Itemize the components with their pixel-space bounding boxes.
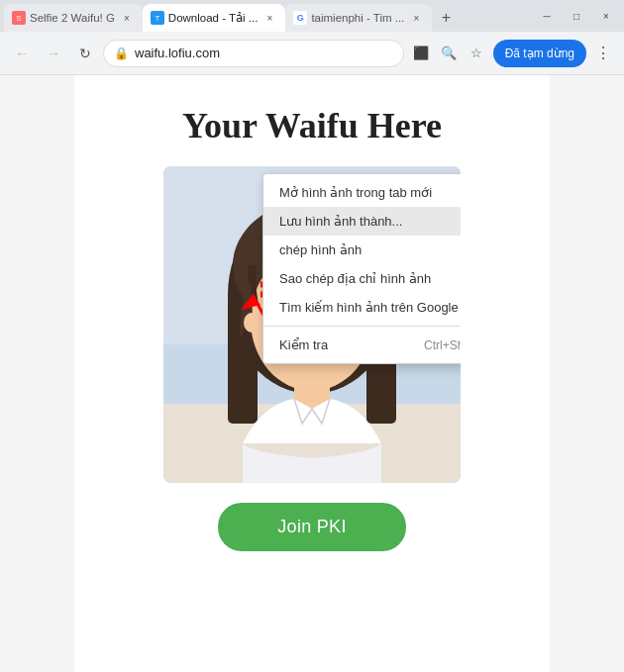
join-pki-button[interactable]: Join PKI <box>218 503 405 551</box>
window-controls: ─ □ × <box>533 5 620 27</box>
context-menu-copy-address[interactable]: Sao chép địa chỉ hình ảnh <box>263 264 461 293</box>
paused-button[interactable]: Đã tạm dừng <box>493 40 586 67</box>
svg-point-11 <box>244 313 260 333</box>
tab-download[interactable]: T Download - Tải ... × <box>143 4 286 32</box>
url-text: waifu.lofiu.com <box>135 46 393 60</box>
context-menu-divider <box>263 326 461 327</box>
context-menu: Mở hình ảnh trong tab mới Lưu hình ảnh t… <box>262 173 461 364</box>
chrome-menu-icon[interactable]: ⋮ <box>590 41 616 66</box>
download-tab-title: Download - Tải ... <box>168 11 259 25</box>
google-tab-favicon: G <box>293 11 307 25</box>
address-actions: ⬛ 🔍 ☆ <box>408 41 489 66</box>
lock-icon: 🔒 <box>114 47 129 60</box>
context-menu-copy-image[interactable]: chép hình ảnh <box>263 236 461 264</box>
context-menu-search-google[interactable]: Tìm kiếm hình ảnh trên Google <box>263 293 461 322</box>
download-tab-close[interactable]: × <box>261 10 277 26</box>
address-bar: ← → ↻ 🔒 waifu.lofiu.com ⬛ 🔍 ☆ Đã tạm dừn… <box>0 32 624 75</box>
context-menu-inspect[interactable]: Kiểm tra Ctrl+Shift+I <box>263 331 461 359</box>
title-bar: S Selfie 2 Waifu! G × T Download - Tải .… <box>0 0 624 32</box>
page-content: Your Waifu Here <box>0 75 624 672</box>
url-bar[interactable]: 🔒 waifu.lofiu.com <box>103 40 404 67</box>
context-menu-save-image[interactable]: Lưu hình ảnh thành... <box>263 207 461 236</box>
page-title: Your Waifu Here <box>182 105 442 146</box>
search-icon[interactable]: 🔍 <box>436 41 462 66</box>
selfie-tab-title: Selfie 2 Waifu! G <box>30 12 115 24</box>
download-tab-favicon: T <box>151 11 164 25</box>
waifu-image[interactable]: Mở hình ảnh trong tab mới Lưu hình ảnh t… <box>163 166 461 483</box>
back-button[interactable]: ← <box>8 40 36 67</box>
tab-google[interactable]: G taimienphi - Tim ... × <box>285 4 432 32</box>
selfie-tab-favicon: S <box>12 11 26 25</box>
page-inner: Your Waifu Here <box>74 75 550 672</box>
google-tab-title: taimienphi - Tim ... <box>311 12 404 24</box>
context-menu-open-tab[interactable]: Mở hình ảnh trong tab mới <box>263 178 461 207</box>
bookmark-star-icon[interactable]: ☆ <box>464 41 489 66</box>
refresh-button[interactable]: ↻ <box>71 40 99 67</box>
minimize-button[interactable]: ─ <box>533 5 561 27</box>
tab-selfie[interactable]: S Selfie 2 Waifu! G × <box>4 4 143 32</box>
browser-window: S Selfie 2 Waifu! G × T Download - Tải .… <box>0 0 624 672</box>
translate-icon[interactable]: ⬛ <box>408 41 434 66</box>
maximize-button[interactable]: □ <box>563 5 590 27</box>
tabs-container: S Selfie 2 Waifu! G × T Download - Tải .… <box>4 0 533 32</box>
new-tab-button[interactable]: + <box>432 4 460 32</box>
google-tab-close[interactable]: × <box>408 10 424 26</box>
forward-button[interactable]: → <box>40 40 67 67</box>
close-button[interactable]: × <box>592 5 620 27</box>
selfie-tab-close[interactable]: × <box>119 10 135 26</box>
